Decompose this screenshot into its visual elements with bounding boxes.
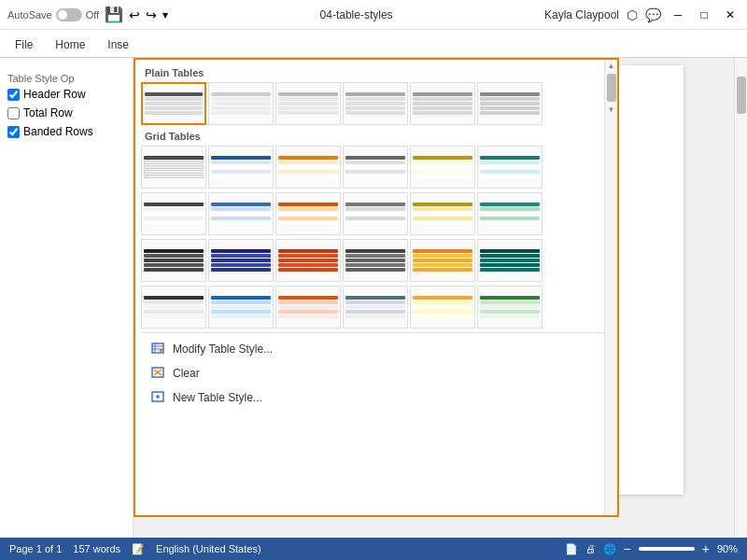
main-area: Table Style Op Header Row Total Row Band… <box>0 58 747 538</box>
autosave-label: AutoSave <box>7 9 52 21</box>
minimize-button[interactable]: ─ <box>669 6 687 24</box>
status-left: Page 1 of 1 157 words 📝 English (United … <box>9 543 261 555</box>
header-row-label: Header Row <box>23 88 86 101</box>
style-plain-4[interactable] <box>343 82 408 125</box>
style-grid-medium-yellow[interactable] <box>410 286 475 329</box>
zoom-in-button[interactable]: + <box>702 541 710 556</box>
style-grid-medium-gray[interactable] <box>343 286 408 329</box>
zoom-out-button[interactable]: − <box>624 541 631 556</box>
view-read-icon[interactable]: 📄 <box>565 543 578 555</box>
style-grid-teal-1[interactable] <box>477 146 543 189</box>
word-count: 157 words <box>73 543 120 554</box>
comment-icon[interactable]: 💬 <box>645 7 661 22</box>
doc-scrollbar[interactable] <box>734 58 747 538</box>
left-panel: Table Style Op Header Row Total Row Band… <box>0 58 134 538</box>
style-plain-5[interactable] <box>410 82 475 125</box>
modify-table-icon <box>150 342 165 357</box>
style-grid-yellow-1[interactable] <box>410 146 475 189</box>
style-grid-gray-1[interactable] <box>343 146 408 189</box>
dropdown-scrollbar[interactable]: ▲ ▼ <box>604 63 613 511</box>
style-grid-teal-2[interactable] <box>477 192 543 235</box>
ribbon-tabs: File Home Inse <box>0 30 747 58</box>
grid-tables-grid-row4 <box>141 286 612 329</box>
user-name: Kayla Claypool <box>544 8 619 21</box>
style-grid-plain-2[interactable] <box>141 192 206 235</box>
scroll-up-button[interactable]: ▲ <box>606 63 613 72</box>
save-icon[interactable]: 💾 <box>105 6 123 23</box>
modify-table-style-action[interactable]: Modify Table Style... <box>141 337 612 361</box>
tab-insert[interactable]: Inse <box>96 35 140 57</box>
style-plain-2[interactable] <box>208 82 274 125</box>
style-grid-blue-1[interactable] <box>208 146 274 189</box>
style-grid-yellow-2[interactable] <box>410 192 475 235</box>
style-plain-3[interactable] <box>275 82 341 125</box>
total-row-checkbox[interactable] <box>7 107 20 119</box>
style-grid-dark-orange[interactable] <box>275 239 341 282</box>
style-grid-medium-blue[interactable] <box>208 286 274 329</box>
banded-rows-option[interactable]: Banded Rows <box>7 125 125 138</box>
zoom-level: 90% <box>717 543 738 554</box>
header-row-checkbox[interactable] <box>7 89 20 101</box>
status-right: 📄 🖨 🌐 − + 90% <box>565 541 738 556</box>
title-bar: AutoSave Off 💾 ↩ ↪ ▾ 04-table-styles Kay… <box>0 0 747 30</box>
header-row-option[interactable]: Header Row <box>7 88 125 101</box>
grid-tables-grid-row3 <box>141 239 612 282</box>
style-grid-gray-2[interactable] <box>343 192 408 235</box>
autosave-control[interactable]: AutoSave Off <box>7 8 99 21</box>
zoom-slider[interactable] <box>639 547 695 551</box>
language: English (United States) <box>156 543 261 554</box>
document-title: 04-table-styles <box>320 8 393 21</box>
style-grid-dark-1[interactable] <box>141 239 206 282</box>
autosave-state: Off <box>86 9 99 21</box>
scroll-thumb[interactable] <box>607 74 614 102</box>
grid-tables-grid-row2 <box>141 192 612 235</box>
page-info: Page 1 of 1 <box>9 543 62 554</box>
clear-action[interactable]: Clear <box>141 361 612 385</box>
style-grid-dark-gray[interactable] <box>343 239 408 282</box>
style-grid-orange-1[interactable] <box>275 146 341 189</box>
modify-label: Modify Table Style... <box>173 343 273 356</box>
style-grid-medium-green[interactable] <box>477 286 543 329</box>
style-grid-dark-blue[interactable] <box>208 239 274 282</box>
view-print-icon[interactable]: 🖨 <box>585 543 596 554</box>
banded-rows-label: Banded Rows <box>23 125 93 138</box>
table-style-options-label: Table Style Op <box>7 73 125 84</box>
style-grid-dark-teal[interactable] <box>477 239 543 282</box>
customize-icon[interactable]: ▾ <box>162 8 168 21</box>
grid-tables-header: Grid Tables <box>141 129 612 146</box>
title-bar-left: AutoSave Off 💾 ↩ ↪ ▾ <box>7 6 168 23</box>
scroll-down-button[interactable]: ▼ <box>606 104 613 116</box>
style-plain-6[interactable] <box>477 82 543 125</box>
status-bar: Page 1 of 1 157 words 📝 English (United … <box>0 538 747 560</box>
banded-rows-checkbox[interactable] <box>7 126 20 138</box>
total-row-option[interactable]: Total Row <box>7 106 125 119</box>
title-bar-right: Kayla Claypool ⬡ 💬 ─ □ ✕ <box>544 6 740 24</box>
total-row-label: Total Row <box>23 106 73 119</box>
new-table-icon <box>150 390 165 405</box>
toggle-dot <box>58 10 67 20</box>
spell-check-icon[interactable]: 📝 <box>132 543 145 555</box>
new-table-style-action[interactable]: New Table Style... <box>141 385 612 410</box>
new-table-style-label: New Table Style... <box>173 391 262 404</box>
view-web-icon[interactable]: 🌐 <box>603 543 616 555</box>
style-grid-plain[interactable] <box>141 146 206 189</box>
close-button[interactable]: ✕ <box>721 6 740 24</box>
tab-file[interactable]: File <box>4 35 44 57</box>
plain-tables-header: Plain Tables <box>141 65 612 82</box>
style-grid-medium-1[interactable] <box>141 286 206 329</box>
undo-icon[interactable]: ↩ <box>129 7 140 22</box>
autosave-toggle[interactable] <box>56 8 82 21</box>
share-icon[interactable]: ⬡ <box>627 7 638 22</box>
table-styles-dropdown: Plain Tables <box>134 58 619 517</box>
tab-home[interactable]: Home <box>44 35 96 57</box>
style-plain-1[interactable] <box>141 82 206 125</box>
style-grid-orange-2[interactable] <box>275 192 341 235</box>
style-grid-medium-orange[interactable] <box>275 286 341 329</box>
style-grid-blue-2[interactable] <box>208 192 274 235</box>
clear-icon <box>150 366 165 381</box>
style-grid-dark-yellow[interactable] <box>410 239 475 282</box>
maximize-button[interactable]: □ <box>695 6 713 24</box>
clear-label: Clear <box>173 367 200 380</box>
doc-scroll-thumb[interactable] <box>737 77 746 114</box>
redo-icon[interactable]: ↪ <box>146 7 157 22</box>
